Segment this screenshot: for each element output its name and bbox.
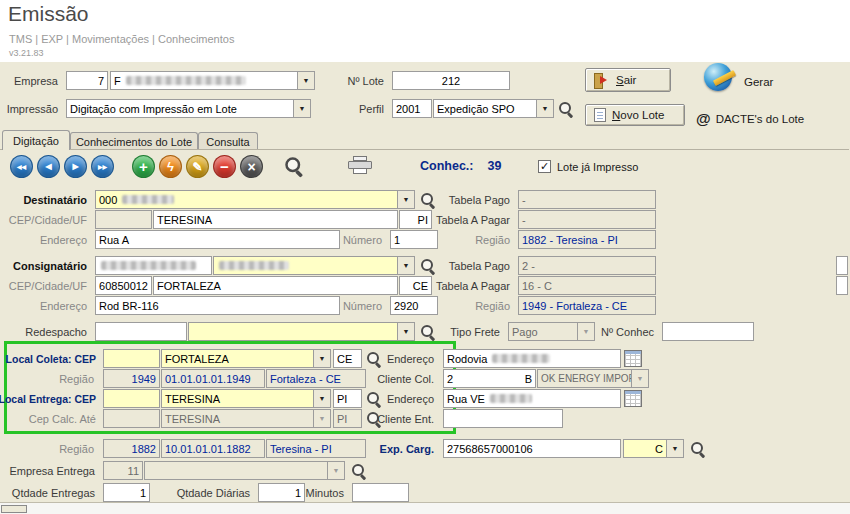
empresa-entrega-code-field: 11 <box>103 461 143 480</box>
qtdade-entregas-label: Qtdade Entregas <box>2 483 99 502</box>
dacte-link-label: DACTE's do Lote <box>716 113 805 125</box>
n-conhec-field[interactable] <box>662 322 754 341</box>
empresa-entrega-dropdown-button: ▼ <box>327 461 345 480</box>
consignatario-name-combo[interactable] <box>213 256 398 275</box>
edge-field <box>836 276 848 295</box>
empresa-name-field[interactable]: F <box>110 71 298 90</box>
cons-cidade-field[interactable]: FORTALEZA <box>153 276 398 295</box>
qtdade-entregas-field[interactable]: 1 <box>103 483 150 502</box>
redacted-text <box>122 195 174 204</box>
post-icon[interactable]: ϟ <box>159 155 182 178</box>
impressao-combo[interactable]: Digitação com Impressão em Lote <box>66 99 294 118</box>
coleta-cep-field[interactable] <box>103 349 160 368</box>
redacted-text <box>492 354 550 363</box>
emissao-window: Emissão TMS | EXP | Movimentações | Conh… <box>0 0 850 514</box>
exp-carg-combo[interactable]: C <box>623 439 667 458</box>
entrega-cidade-combo[interactable]: TERESINA <box>161 389 314 408</box>
empresa-code-field[interactable]: 7 <box>66 71 108 90</box>
nav-first-icon[interactable]: ◀◀ <box>10 155 33 178</box>
redespacho-name-combo[interactable] <box>188 322 398 341</box>
cliente-ent-field[interactable] <box>443 409 563 428</box>
dest-numero-label: Número <box>338 230 386 249</box>
search-icon[interactable] <box>284 156 304 176</box>
destinatario-dropdown-button[interactable]: ▼ <box>397 190 415 209</box>
exp-carg-search-icon[interactable] <box>690 441 706 457</box>
nav-prior-icon[interactable]: ◀ <box>37 155 60 178</box>
nav-last-icon[interactable]: ▶▶ <box>91 155 114 178</box>
entrega-regiao-nome-field: Teresina - PI <box>266 439 366 458</box>
nav-next-icon[interactable]: ▶ <box>64 155 87 178</box>
coleta-endereco-field[interactable]: Rodovia <box>443 349 621 368</box>
cons-endereco-field[interactable]: Rod BR-116 <box>95 296 340 315</box>
entrega-address-grid-icon[interactable] <box>624 390 642 407</box>
cons-tabela-pago-field: 2 - <box>518 256 656 275</box>
tabela-pago-field: - <box>518 190 656 209</box>
at-icon: @ <box>696 110 711 127</box>
empresa-entrega-search-icon[interactable] <box>351 463 367 479</box>
cep-calc-uf-field: PI <box>333 409 362 428</box>
coleta-address-grid-icon[interactable] <box>624 350 642 367</box>
cons-tabela-a-pagar-label: Tabela A Pagar <box>428 276 514 295</box>
entrega-cidade-dropdown-button[interactable]: ▼ <box>313 389 331 408</box>
perfil-dropdown-button[interactable]: ▼ <box>536 99 554 118</box>
entrega-uf-field[interactable]: PI <box>333 389 362 408</box>
consignatario-dropdown-button[interactable]: ▼ <box>397 256 415 275</box>
novo-lote-button[interactable]: Novo Lote <box>585 104 685 126</box>
dest-cidade-field[interactable]: TERESINA <box>153 210 398 229</box>
redacted-text <box>219 261 289 270</box>
redacted-text <box>490 394 532 403</box>
redespacho-search-icon[interactable] <box>420 324 436 340</box>
gerar-icon[interactable] <box>700 62 740 94</box>
cliente-col-field[interactable]: 2 B <box>443 369 536 388</box>
breadcrumb: TMS | EXP | Movimentações | Conhecimento… <box>9 33 234 45</box>
exp-carg-field[interactable]: 27568657000106 <box>443 439 621 458</box>
coleta-cidade-dropdown-button[interactable]: ▼ <box>313 349 331 368</box>
redespacho-dropdown-button[interactable]: ▼ <box>397 322 415 341</box>
sair-button[interactable]: Sair <box>585 68 671 92</box>
perfil-search-icon[interactable] <box>558 101 574 117</box>
add-icon[interactable]: + <box>132 155 155 178</box>
bottom-scrollbar[interactable] <box>0 503 850 514</box>
coleta-regiao-path-field: 01.01.01.01.1949 <box>161 369 265 388</box>
tab-conhecimentos-do-lote[interactable]: Conhecimentos do Lote <box>70 132 198 150</box>
conhec-label: Conhec.: <box>420 159 473 173</box>
entrega-endereco-field[interactable]: Rua VE <box>443 389 621 408</box>
page-title: Emissão <box>8 2 89 26</box>
entrega-cep-field[interactable] <box>103 389 160 408</box>
coleta-cidade-combo[interactable]: FORTALEZA <box>161 349 314 368</box>
entrega-regiao-code-field: 1882 <box>103 439 160 458</box>
lote-label: Nº Lote <box>338 71 388 90</box>
cep-calc-cidade-combo: TERESINA <box>161 409 314 428</box>
new-document-icon <box>594 108 606 122</box>
qtdade-diarias-field[interactable]: 1 <box>258 483 305 502</box>
tab-divider <box>0 149 849 150</box>
minutos-field[interactable] <box>352 483 409 502</box>
cliente-col-label: Cliente Col. <box>368 369 438 388</box>
edit-icon[interactable]: ✎ <box>186 155 209 178</box>
bottom-scrollbar-thumb[interactable] <box>1 505 27 513</box>
coleta-uf-field[interactable]: CE <box>333 349 362 368</box>
empresa-dropdown-button[interactable]: ▼ <box>297 71 315 90</box>
exp-carg-dropdown-button[interactable]: ▼ <box>666 439 684 458</box>
cep-calc-label: Cep Calc. Até <box>8 409 100 428</box>
tab-consulta[interactable]: Consulta <box>198 132 258 150</box>
entrega-regiao-path-field: 10.01.01.01.1882 <box>161 439 265 458</box>
lote-impresso-checkbox[interactable] <box>538 160 551 173</box>
dacte-link[interactable]: @ DACTE's do Lote <box>696 110 804 127</box>
cancel-icon[interactable]: × <box>240 155 263 178</box>
delete-icon[interactable]: − <box>213 155 236 178</box>
perfil-code-field[interactable]: 2001 <box>392 99 432 118</box>
perfil-name-combo[interactable]: Expedição SPO <box>433 99 537 118</box>
destinatario-combo[interactable]: 000 <box>95 190 398 209</box>
printer-icon[interactable] <box>348 156 372 174</box>
impressao-dropdown-button[interactable]: ▼ <box>293 99 311 118</box>
gerar-button[interactable]: Gerar <box>744 76 773 88</box>
lote-field[interactable]: 212 <box>392 71 510 90</box>
consignatario-code-field[interactable] <box>95 256 212 275</box>
redespacho-code-field[interactable] <box>95 322 187 341</box>
dest-endereco-field[interactable]: Rua A <box>95 230 340 249</box>
cons-cep-field[interactable]: 60850012 <box>95 276 152 295</box>
empresa-label: Empresa <box>2 71 62 90</box>
tab-digitacao[interactable]: Digitação <box>2 130 70 150</box>
tabela-pago-label: Tabela Pago <box>428 190 514 209</box>
